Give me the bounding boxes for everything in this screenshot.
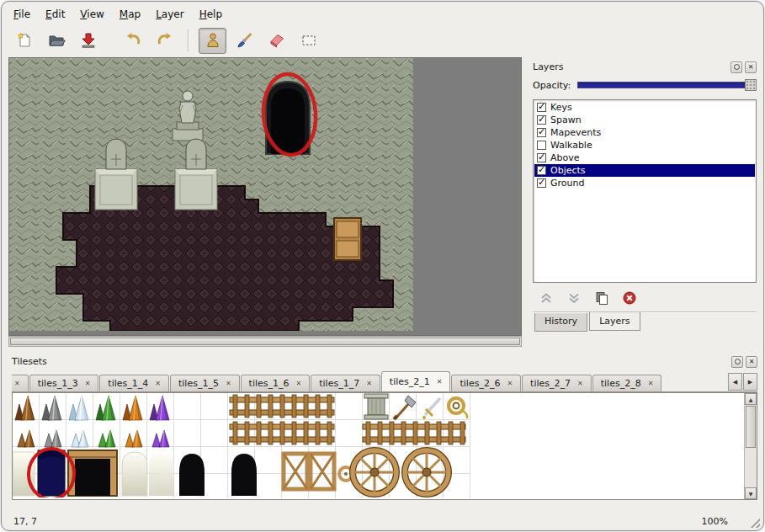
tile-black-arch[interactable] [231, 454, 257, 496]
layer-visibility-checkbox[interactable] [537, 178, 546, 188]
tileset-image[interactable] [13, 393, 740, 497]
layer-row-mapevents[interactable]: Mapevents [534, 126, 755, 139]
tile-wheel[interactable] [353, 450, 396, 494]
raise-layer-button[interactable] [536, 289, 556, 307]
resize-grip[interactable] [749, 517, 760, 528]
tile-wheel[interactable] [405, 450, 449, 494]
opacity-slider-track[interactable] [577, 82, 757, 88]
map-hscrollbar[interactable] [8, 336, 522, 347]
eraser-tool-button[interactable] [263, 28, 290, 54]
tileset-vscrollbar[interactable]: ▲ ▼ [744, 393, 757, 499]
tile-wood-track-h[interactable] [363, 422, 465, 444]
menu-help[interactable]: Help [193, 6, 229, 23]
float-panel-button[interactable] [731, 356, 743, 368]
layer-row-spawn[interactable]: Spawn [534, 114, 755, 126]
layer-visibility-checkbox[interactable] [537, 141, 546, 150]
menu-view[interactable]: View [73, 6, 110, 23]
delete-layer-button[interactable] [619, 289, 640, 307]
brush-tool-button[interactable] [231, 28, 258, 54]
close-icon[interactable]: ✕ [85, 380, 91, 387]
tileset-tab-9[interactable]: tiles_2_8✕ [592, 375, 662, 391]
tileset-content[interactable]: ▲ ▼ [12, 392, 757, 500]
tab-layers[interactable]: Layers [589, 312, 640, 331]
menu-edit[interactable]: Edit [39, 6, 72, 23]
tileset-vscrollbar-thumb[interactable] [746, 406, 756, 448]
layer-visibility-checkbox[interactable] [537, 128, 546, 137]
opacity-slider-handle[interactable] [745, 79, 757, 91]
stamp-tool-button[interactable] [199, 28, 226, 54]
layer-visibility-checkbox[interactable] [537, 115, 546, 125]
close-icon[interactable]: ✕ [155, 380, 161, 387]
layer-visibility-checkbox[interactable] [537, 103, 546, 112]
opacity-slider[interactable] [577, 78, 757, 92]
tileset-tab-7[interactable]: tiles_2_6✕ [451, 375, 521, 391]
layer-row-walkable[interactable]: Walkable [534, 139, 755, 152]
tilesets-panel-title: Tilesets [12, 356, 47, 367]
layer-row-above[interactable]: Above [534, 152, 755, 164]
undo-button[interactable] [119, 28, 146, 54]
close-icon[interactable]: ✕ [577, 380, 583, 387]
close-icon[interactable]: ✕ [226, 380, 231, 387]
eraser-tool-icon [268, 31, 286, 50]
map-image[interactable] [9, 58, 413, 331]
tab-label: tiles_1_6 [249, 378, 290, 389]
tileset-tab-6[interactable]: tiles_2_1✕ [381, 371, 451, 391]
float-panel-button[interactable] [730, 61, 742, 73]
tileset-tab-2[interactable]: tiles_1_4✕ [99, 375, 169, 391]
close-icon: ✕ [748, 63, 754, 71]
close-icon[interactable]: ✕ [437, 378, 443, 386]
layers-panel-header: Layers ✕ [533, 60, 757, 74]
menu-map[interactable]: Map [113, 6, 147, 23]
tileset-tab-3[interactable]: tiles_1_5✕ [170, 375, 240, 391]
close-panel-button[interactable]: ✕ [745, 61, 757, 73]
layer-visibility-checkbox[interactable] [537, 166, 546, 175]
marquee-select-icon [300, 31, 318, 50]
close-icon[interactable]: ✕ [296, 380, 302, 387]
tile-pillar[interactable] [364, 394, 388, 419]
tab-label: tiles_1_4 [108, 378, 148, 389]
open-button[interactable] [42, 28, 70, 54]
close-icon[interactable]: ✕ [648, 380, 654, 387]
menu-layer[interactable]: Layer [149, 6, 190, 23]
tileset-tabs: 5✕ tiles_1_3✕ tiles_1_4✕ tiles_1_5✕ tile… [12, 371, 757, 392]
tile-wood-track-h[interactable] [230, 395, 334, 418]
layer-row-ground[interactable]: Ground [534, 177, 755, 189]
map-hscrollbar-thumb[interactable] [10, 338, 520, 345]
close-icon[interactable]: ✕ [507, 380, 513, 387]
layer-visibility-checkbox[interactable] [537, 153, 546, 162]
close-panel-button[interactable]: ✕ [746, 356, 757, 368]
layer-row-keys[interactable]: Keys [534, 101, 755, 114]
save-button[interactable] [74, 28, 102, 54]
lower-layer-button[interactable] [564, 289, 584, 307]
tile-pale-arch[interactable] [149, 452, 174, 496]
tile-pale-arch[interactable] [122, 452, 147, 496]
new-button[interactable] [10, 28, 38, 54]
scroll-up-button[interactable]: ▲ [745, 393, 757, 405]
tile-black-arch[interactable] [179, 454, 205, 496]
layer-name: Above [550, 152, 580, 163]
marquee-select-button[interactable] [295, 28, 322, 54]
tab-history[interactable]: History [534, 313, 587, 332]
menu-file[interactable]: File [7, 6, 37, 23]
redo-button[interactable] [151, 28, 178, 54]
tab-scroll-left-button[interactable]: ◀ [728, 373, 742, 391]
tileset-tab-1[interactable]: tiles_1_3✕ [29, 375, 99, 391]
tileset-tab-8[interactable]: tiles_2_7✕ [522, 375, 592, 391]
save-icon [79, 31, 98, 50]
layer-row-objects[interactable]: Objects [534, 164, 755, 177]
map-canvas[interactable] [8, 57, 522, 336]
tab-scroll-right-button[interactable]: ▶ [743, 373, 757, 391]
tab-label: History [545, 316, 577, 327]
statusbar: 17, 7 100% [2, 513, 763, 530]
tileset-tab-5[interactable]: tiles_1_7✕ [311, 375, 380, 391]
brush-tool-icon [236, 31, 254, 50]
tile-wood-track-h[interactable] [230, 422, 334, 444]
scroll-down-button[interactable]: ▼ [745, 487, 757, 499]
tileset-tab-4[interactable]: tiles_1_6✕ [241, 375, 311, 391]
duplicate-layer-button[interactable] [592, 289, 612, 307]
close-icon[interactable]: ✕ [14, 380, 20, 387]
zoom-level: 100% [702, 516, 728, 527]
tileset-tab-0[interactable]: 5✕ [12, 375, 29, 391]
tile-dark-blue-selected[interactable] [38, 450, 65, 496]
close-icon[interactable]: ✕ [366, 380, 372, 387]
